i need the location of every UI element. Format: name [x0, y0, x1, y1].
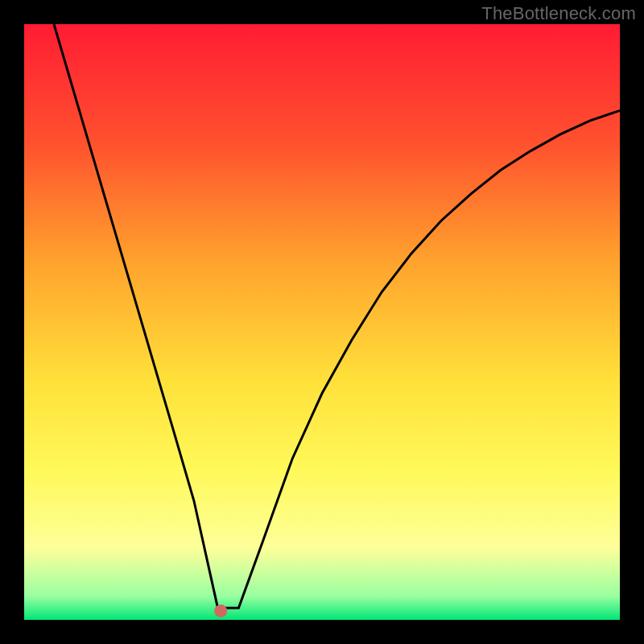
watermark-text: TheBottleneck.com — [481, 3, 636, 24]
chart-frame: TheBottleneck.com — [0, 0, 644, 644]
plot-background — [24, 24, 620, 620]
optimal-point-marker — [214, 605, 227, 617]
bottleneck-chart — [0, 0, 644, 644]
